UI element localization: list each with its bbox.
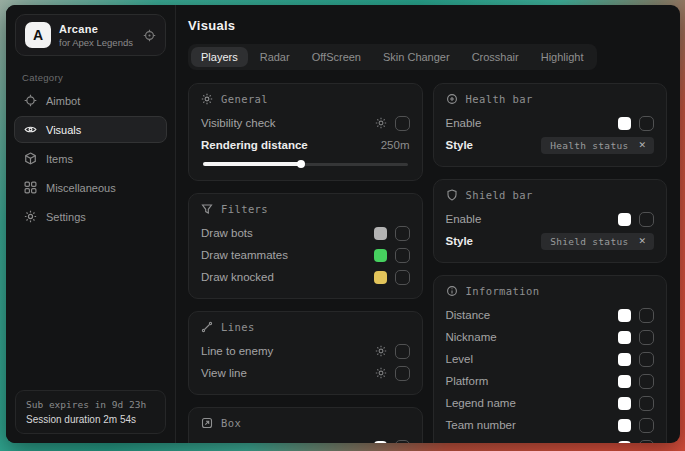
crosshair-icon xyxy=(24,94,37,107)
legend-name-checkbox[interactable] xyxy=(639,396,654,411)
app-header: A Arcane for Apex Legends xyxy=(15,14,166,56)
color-swatch[interactable] xyxy=(618,375,631,388)
sidebar-item-visuals[interactable]: Visuals xyxy=(14,116,167,143)
shield-bar-card: Shield bar Enable Style Shield status xyxy=(433,179,668,263)
draw-bots-checkbox[interactable] xyxy=(395,226,410,241)
box-icon xyxy=(201,417,213,429)
tag-label: Shield status xyxy=(550,236,628,247)
row-label: Rendering distance xyxy=(201,139,381,151)
color-swatch[interactable] xyxy=(618,331,631,344)
color-swatch[interactable] xyxy=(374,271,387,284)
color-swatch[interactable] xyxy=(374,441,387,444)
draw-knocked-checkbox[interactable] xyxy=(395,270,410,285)
sidebar-item-label: Visuals xyxy=(46,124,81,136)
shield-style-select[interactable]: Shield status ✕ xyxy=(541,233,654,250)
tag-label: Health status xyxy=(550,140,628,151)
color-swatch[interactable] xyxy=(618,117,631,130)
gear-icon[interactable] xyxy=(375,345,387,357)
sidebar-item-miscellaneous[interactable]: Miscellaneous xyxy=(14,174,167,201)
health-enable-checkbox[interactable] xyxy=(639,116,654,131)
shield-enable-checkbox[interactable] xyxy=(639,212,654,227)
team-number-checkbox[interactable] xyxy=(639,418,654,433)
section-title: Lines xyxy=(221,321,255,333)
row-label: Platform xyxy=(446,375,619,387)
row-label: Draw teammates xyxy=(201,249,374,261)
health-enable-row: Enable xyxy=(446,112,655,134)
box-header: Box xyxy=(201,417,410,429)
filters-card: Filters Draw bots Draw teammates xyxy=(188,193,423,299)
subscription-info: Sub expires in 9d 23h Session duration 2… xyxy=(15,390,166,434)
row-label: Weapon in hands xyxy=(446,441,619,443)
cube-icon xyxy=(24,152,37,165)
color-swatch[interactable] xyxy=(618,419,631,432)
row-label: Enable xyxy=(446,117,619,129)
color-swatch[interactable] xyxy=(618,441,631,444)
sidebar-item-settings[interactable]: Settings xyxy=(14,203,167,230)
tab-radar[interactable]: Radar xyxy=(250,47,300,67)
target-icon[interactable] xyxy=(143,29,156,42)
sidebar-item-label: Settings xyxy=(46,211,86,223)
main-content: Visuals Players Radar OffScreen Skin Cha… xyxy=(176,5,680,443)
nickname-checkbox[interactable] xyxy=(639,330,654,345)
section-title: Health bar xyxy=(466,93,533,105)
row-label: View line xyxy=(201,367,375,379)
gear-icon[interactable] xyxy=(375,367,387,379)
level-checkbox[interactable] xyxy=(639,352,654,367)
row-label: Draw bots xyxy=(201,227,374,239)
draw-teammates-checkbox[interactable] xyxy=(395,248,410,263)
tab-crosshair[interactable]: Crosshair xyxy=(462,47,529,67)
app-subtitle: for Apex Legends xyxy=(59,37,135,48)
row-label: Line to enemy xyxy=(201,345,375,357)
color-swatch[interactable] xyxy=(618,309,631,322)
line-to-enemy-checkbox[interactable] xyxy=(395,344,410,359)
rendering-distance-slider[interactable] xyxy=(203,160,408,168)
sidebar-item-items[interactable]: Items xyxy=(14,145,167,172)
tab-skin-changer[interactable]: Skin Changer xyxy=(373,47,460,67)
tab-players[interactable]: Players xyxy=(191,47,248,67)
row-label: Style xyxy=(446,235,542,247)
funnel-icon xyxy=(201,203,213,215)
team-number-row: Team number xyxy=(446,414,655,436)
visibility-check-checkbox[interactable] xyxy=(395,116,410,131)
color-swatch[interactable] xyxy=(618,213,631,226)
health-style-select[interactable]: Health status ✕ xyxy=(541,137,654,154)
color-swatch[interactable] xyxy=(618,353,631,366)
close-icon[interactable]: ✕ xyxy=(638,141,646,150)
row-label: Distance xyxy=(446,309,619,321)
draw-bots-row: Draw bots xyxy=(201,222,410,244)
section-title: Shield bar xyxy=(466,189,533,201)
box-enable-checkbox[interactable] xyxy=(395,440,410,444)
rendering-distance-value: 250m xyxy=(381,139,410,151)
slider-thumb[interactable] xyxy=(297,160,305,168)
tab-highlight[interactable]: Highlight xyxy=(531,47,594,67)
right-column: Health bar Enable Style Health status xyxy=(433,83,668,443)
sidebar-item-label: Miscellaneous xyxy=(46,182,116,194)
category-label: Category xyxy=(22,72,175,83)
row-label: Style xyxy=(446,139,542,151)
info-icon xyxy=(446,285,458,297)
box-card: Box Enable Enable background xyxy=(188,407,423,443)
page-title: Visuals xyxy=(188,18,667,33)
sidebar-item-aimbot[interactable]: Aimbot xyxy=(14,87,167,114)
general-header: General xyxy=(201,93,410,105)
tab-offscreen[interactable]: OffScreen xyxy=(302,47,371,67)
platform-checkbox[interactable] xyxy=(639,374,654,389)
distance-checkbox[interactable] xyxy=(639,308,654,323)
information-header: Information xyxy=(446,285,655,297)
row-label: Legend name xyxy=(446,397,619,409)
gear-icon[interactable] xyxy=(375,117,387,129)
sidebar-item-label: Aimbot xyxy=(46,95,80,107)
rendering-distance-row: Rendering distance 250m xyxy=(201,134,410,156)
eye-icon xyxy=(24,123,37,136)
view-line-checkbox[interactable] xyxy=(395,366,410,381)
close-icon[interactable]: ✕ xyxy=(638,237,646,246)
weapon-in-hands-checkbox[interactable] xyxy=(639,440,654,444)
general-card: General Visibility check Rendering dista… xyxy=(188,83,423,181)
color-swatch[interactable] xyxy=(374,227,387,240)
section-title: Box xyxy=(221,417,241,429)
left-column: General Visibility check Rendering dista… xyxy=(188,83,423,443)
color-swatch[interactable] xyxy=(618,397,631,410)
session-duration-text: Session duration 2m 54s xyxy=(26,414,155,425)
color-swatch[interactable] xyxy=(374,249,387,262)
lines-header: Lines xyxy=(201,321,410,333)
